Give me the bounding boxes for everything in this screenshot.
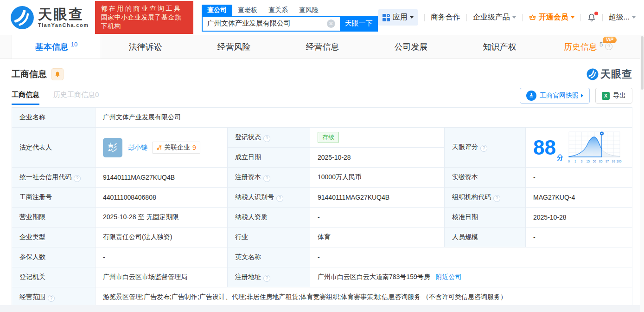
svg-text:15: 15	[587, 160, 590, 163]
taxpayer-id-label-cell: 纳税人识别号?	[228, 188, 310, 208]
tab-legal[interactable]: 法律诉讼	[101, 35, 190, 58]
top-header: 天眼查 TianYanCha.com 都在用的商业查询工具 国家中小企业发展子基…	[0, 0, 644, 35]
reg-address-value: 广州市白云区白云大道南783号159号房	[318, 273, 430, 280]
watermark-logo: 天眼查	[587, 67, 632, 81]
tab-intellectual-property[interactable]: 知识产权	[455, 35, 544, 58]
search-tab-boss[interactable]: 查老板	[232, 5, 263, 16]
business-term-value: 2025-10-28 至 无固定期限	[96, 208, 228, 228]
legal-rep-name-link[interactable]: 彭小键	[128, 143, 147, 152]
subtab-business-info[interactable]: 工商信息	[12, 91, 39, 105]
taxpayer-id-label: 纳税人识别号	[235, 193, 274, 201]
nearby-companies-link[interactable]: 附近公司	[436, 273, 462, 280]
credit-code-label: 统一社会信用代码	[19, 173, 71, 181]
scrollbar[interactable]	[640, 35, 644, 312]
legal-rep-label: 法定代表人	[12, 128, 96, 168]
tianyancha-logo[interactable]: 天眼查 TianYanCha.com	[10, 6, 89, 30]
business-scope-label-cell: 经营范围?	[12, 287, 96, 307]
establish-date-label: 成立日期	[228, 148, 310, 168]
related-companies-badge[interactable]: 关联企业 9	[152, 142, 200, 154]
business-scope-value: 游览景区管理;广告发布;广告制作;广告设计、代理;非居住房地产租赁;体育竞赛组织…	[96, 287, 632, 307]
tab-ip-label: 知识产权	[483, 41, 516, 52]
network-icon	[156, 144, 162, 150]
divider	[424, 14, 425, 21]
subtab-history-business-info[interactable]: 历史工商信息0	[53, 91, 99, 105]
tab-company-development[interactable]: 公司发展	[367, 35, 455, 58]
tab-basic-label: 基本信息	[35, 41, 69, 52]
tab-basic-info[interactable]: 基本信息 10	[12, 35, 101, 58]
tab-operating-info[interactable]: 经营信息	[278, 35, 367, 58]
divider	[580, 14, 581, 21]
tianyancha-logo-icon	[587, 68, 599, 80]
reg-authority-value: 广州市白云区市场监督管理局	[96, 267, 228, 287]
brand-domain: TianYanCha.com	[38, 22, 89, 28]
tab-history-info[interactable]: 历史信息 5 ? VIP	[544, 35, 632, 58]
nav-enterprise[interactable]: 企业级产品	[473, 13, 516, 22]
table-row: 营业期限 2025-10-28 至 无固定期限 纳税人资质 - 核准日期 202…	[12, 208, 632, 228]
help-icon[interactable]: ?	[263, 275, 270, 282]
chart-x-ticks: 0 1 3 15 50 85 97 99 100	[568, 160, 622, 163]
search-tab-company[interactable]: 查公司	[202, 5, 232, 16]
company-name-label: 企业名称	[12, 108, 96, 128]
clear-icon[interactable]: ✕	[327, 20, 335, 28]
reg-capital-label-cell: 注册资本?	[228, 168, 310, 188]
related-label: 关联企业	[164, 143, 190, 152]
svg-text:100: 100	[617, 160, 622, 163]
help-icon[interactable]: ?	[48, 295, 55, 302]
search-tab-risk[interactable]: 查风险	[293, 5, 324, 16]
search-bar: ✕ 天眼一下	[202, 16, 378, 32]
business-scope-label: 经营范围	[19, 293, 45, 300]
help-icon[interactable]: ?	[276, 195, 283, 202]
search-input[interactable]	[202, 16, 340, 32]
insured-label: 参保人数	[12, 247, 96, 267]
promo-line1: 都在用的商业查询工具	[101, 4, 188, 13]
nav-user[interactable]: 超级...	[609, 13, 636, 22]
monitor-bell-button[interactable]	[51, 68, 64, 80]
score-cell: 88 分	[526, 128, 632, 168]
industry-value: 体育	[310, 228, 445, 247]
table-row: 企业类型 有限责任公司(法人独资) 行业 体育 人员规模 -	[12, 228, 632, 247]
nav-business[interactable]: 商务合作	[431, 13, 460, 22]
svg-text:97: 97	[606, 160, 609, 163]
help-icon[interactable]: ?	[74, 175, 81, 182]
promo-banner: 都在用的商业查询工具 国家中小企业发展子基金旗下机构	[95, 1, 193, 34]
industry-label: 行业	[228, 228, 310, 247]
svg-text:0: 0	[568, 160, 570, 163]
tab-operating-risk[interactable]: 经营风险	[190, 35, 278, 58]
tab-development-label: 公司发展	[395, 41, 428, 52]
export-label: 导出	[613, 91, 626, 100]
search-tab-relation[interactable]: 查关系	[263, 5, 293, 16]
section-title: 工商信息	[12, 68, 47, 80]
score-label: 天眼评分	[452, 143, 478, 150]
vip-badge: VIP	[603, 37, 617, 43]
reg-status-cell: 存续	[310, 128, 445, 148]
table-row: 企业名称 广州文体产业发展有限公司	[12, 108, 632, 128]
table-row: 工商注册号 440111008406808 纳税人识别号? 91440111MA…	[12, 188, 632, 208]
approval-date-value: 2025-10-28	[526, 208, 632, 228]
brand-name: 天眼查	[38, 7, 89, 21]
taxpayer-quality-value: -	[310, 208, 445, 228]
business-term-label: 营业期限	[12, 208, 96, 228]
nav-vip[interactable]: 开通会员	[529, 13, 574, 22]
legal-rep-avatar[interactable]: 彭	[103, 138, 122, 157]
help-icon[interactable]: ?	[263, 135, 270, 142]
help-icon[interactable]: ?	[480, 145, 487, 152]
notification-bell[interactable]	[587, 13, 596, 22]
chevron-down-icon	[410, 16, 414, 19]
score-unit: 分	[557, 154, 563, 162]
official-snapshot-button[interactable]: 工商官网快照	[520, 88, 590, 104]
grid-apps-icon	[383, 14, 390, 21]
scrollbar-thumb[interactable]	[641, 36, 644, 90]
search-button[interactable]: 天眼一下	[340, 16, 378, 32]
top-nav: 应用 商务合作 企业级产品 开通会员	[378, 9, 636, 26]
reg-number-label: 工商注册号	[12, 188, 96, 208]
help-icon[interactable]: ?	[263, 175, 270, 182]
company-name-value: 广州文体产业发展有限公司	[96, 108, 632, 128]
english-name-label: 英文名称	[228, 247, 310, 267]
help-icon[interactable]: ?	[493, 195, 500, 202]
search-module: 查公司 查老板 查关系 查风险 ✕ 天眼一下	[202, 4, 378, 32]
svg-text:99: 99	[612, 160, 616, 163]
tab-history-label: 历史信息	[564, 41, 597, 52]
nav-apps[interactable]: 应用	[378, 9, 418, 26]
export-button[interactable]: X 导出	[595, 88, 632, 104]
divider	[522, 14, 523, 21]
